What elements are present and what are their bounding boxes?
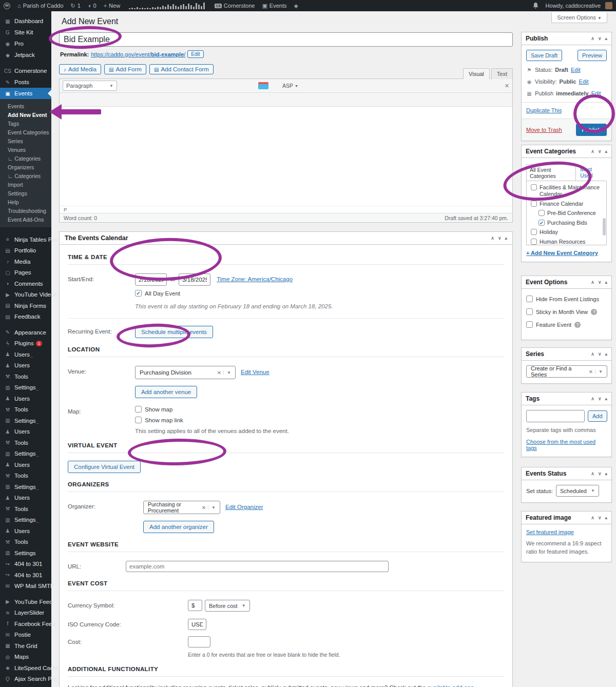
- toggle-icon[interactable]: ▴: [605, 149, 607, 154]
- metabox-header[interactable]: Featured image ∧∨▴: [522, 512, 611, 524]
- tab-all-categories[interactable]: All Event Categories: [526, 164, 576, 181]
- help-icon[interactable]: [181, 94, 191, 105]
- notifications-button[interactable]: [529, 0, 542, 11]
- sidebar-item-settings[interactable]: ▥ Settings: [0, 382, 51, 394]
- category-checkbox-item[interactable]: Finance Calendar: [531, 201, 605, 207]
- metabox-header[interactable]: Event Options ∧∨▴: [522, 276, 611, 289]
- sidebar-item-jetpack[interactable]: ◆ Jetpack: [0, 49, 51, 61]
- cornerstone-swoosh-icon[interactable]: [237, 81, 247, 91]
- comments-menu[interactable]: ◖ 0: [84, 0, 100, 11]
- stats-sparkline[interactable]: [129, 2, 206, 9]
- move-down-icon[interactable]: ∨: [598, 351, 602, 357]
- cornerstone-menu[interactable]: CS Cornerstone: [211, 0, 258, 11]
- option-checkbox-row[interactable]: Sticky in Month View ?: [526, 308, 607, 315]
- color-caret-icon[interactable]: [95, 94, 105, 105]
- sidebar-item-users[interactable]: ♟ Users: [0, 426, 51, 438]
- available-addons-link[interactable]: available add-ons: [428, 684, 474, 687]
- add-another-venue-button[interactable]: Add another venue: [135, 386, 197, 398]
- move-up-icon[interactable]: ∧: [591, 515, 594, 520]
- sidebar-item-ninja-tables-pro[interactable]: ≡ Ninja Tables Pro: [0, 234, 51, 245]
- category-checkbox[interactable]: [531, 229, 537, 235]
- iso-currency-input[interactable]: [188, 619, 206, 630]
- sidebar-item-the-grid[interactable]: ▦ The Grid: [0, 640, 51, 652]
- move-down-icon[interactable]: ∨: [598, 280, 602, 285]
- option-checkbox[interactable]: [526, 321, 533, 328]
- italic-icon[interactable]: [129, 81, 139, 91]
- submenu-settings[interactable]: Settings: [0, 189, 51, 198]
- sidebar-item-media[interactable]: ♪ Media: [0, 256, 51, 267]
- show-map-link-checkbox[interactable]: [135, 417, 142, 423]
- move-down-icon[interactable]: ∨: [598, 149, 602, 154]
- sidebar-item-comments[interactable]: ◖ Comments: [0, 278, 51, 289]
- duplicate-this-link[interactable]: Duplicate This: [526, 107, 562, 113]
- preview-button[interactable]: Preview: [578, 50, 607, 61]
- submenu-troubleshooting[interactable]: Troubleshooting: [0, 206, 51, 215]
- metabox-header[interactable]: Event Categories ∧∨▴: [522, 145, 611, 158]
- sidebar-item-maps[interactable]: ◎ Maps: [0, 652, 51, 663]
- sidebar-item-facebook-feed[interactable]: f Facebook Feed: [0, 618, 51, 630]
- category-list[interactable]: Facilities & Maintenance Calendar Financ…: [526, 181, 607, 245]
- most-used-tags-link[interactable]: Choose from the most used tags: [526, 439, 607, 451]
- save-draft-button[interactable]: Save Draft: [526, 50, 562, 61]
- link-icon[interactable]: [204, 81, 215, 91]
- account-menu[interactable]: Howdy, caddocreative: [542, 0, 616, 11]
- series-select[interactable]: Create or Find a Series ✕ ▼: [526, 365, 607, 378]
- sidebar-item-404-to-301[interactable]: ↪ 404 to 301: [0, 559, 51, 570]
- move-down-icon[interactable]: ∨: [598, 471, 602, 476]
- chevron-down-icon[interactable]: ▼: [595, 369, 603, 374]
- toggle-icon[interactable]: ▴: [505, 235, 507, 241]
- bold-icon[interactable]: [118, 81, 128, 91]
- sidebar-item-tools[interactable]: ⚒ Tools: [0, 437, 51, 448]
- blockquote-icon[interactable]: [161, 81, 171, 91]
- add-form-button[interactable]: ▤ Add Form: [104, 64, 146, 74]
- show-map-link-checkbox-row[interactable]: Show map link: [135, 417, 289, 423]
- category-checkbox[interactable]: [531, 239, 537, 245]
- submenu-import[interactable]: Import: [0, 180, 51, 189]
- spellcheck-icon[interactable]: [63, 94, 73, 105]
- event-title-input[interactable]: [59, 32, 513, 47]
- add-tag-button[interactable]: Add: [588, 410, 607, 422]
- chevron-down-icon[interactable]: ▼: [223, 370, 231, 375]
- sidebar-item-portfolio[interactable]: ▤ Portfolio: [0, 245, 51, 257]
- clear-format-icon[interactable]: [117, 94, 127, 105]
- sidebar-item-users[interactable]: ♟ Users: [0, 459, 51, 470]
- sidebar-item-users[interactable]: ♟ Users: [0, 493, 51, 504]
- sidebar-item-tools[interactable]: ⚒ Tools: [0, 537, 51, 548]
- sidebar-item-users[interactable]: ♟ Users: [0, 525, 51, 537]
- sidebar-item-cornerstone[interactable]: CS Cornerstone: [0, 65, 51, 76]
- align-right-icon[interactable]: [194, 81, 204, 91]
- all-day-checkbox[interactable]: [135, 290, 142, 297]
- sidebar-item-ajax-search-pro[interactable]: Ϙ Ajax Search Pro: [0, 674, 51, 685]
- move-down-icon[interactable]: ∨: [598, 515, 602, 520]
- toggle-icon[interactable]: ▴: [605, 515, 607, 520]
- sidebar-item-events[interactable]: ▣ Events: [0, 88, 51, 99]
- cost-input[interactable]: [188, 636, 210, 647]
- sidebar-item-tools[interactable]: ⚒ Tools: [0, 404, 51, 416]
- category-checkbox-item[interactable]: Pre-Bid Conference: [538, 210, 605, 217]
- show-map-checkbox[interactable]: [135, 406, 142, 413]
- currency-position-select[interactable]: Before cost ▼: [205, 600, 250, 612]
- category-checkbox[interactable]: [538, 210, 545, 216]
- sidebar-item-youtube-videos[interactable]: ▶ YouTube Videos: [0, 289, 51, 301]
- submenu-event-categories[interactable]: Event Categories: [0, 128, 51, 136]
- toggle-icon[interactable]: ▴: [605, 280, 607, 285]
- category-checkbox[interactable]: [531, 184, 537, 190]
- submenu-add-new-event[interactable]: Add New Event: [0, 110, 51, 119]
- move-to-trash-link[interactable]: Move to Trash: [526, 127, 562, 133]
- schedule-multiple-events-button[interactable]: Schedule multiple events: [135, 326, 213, 338]
- sidebar-item-settings[interactable]: ▥ Settings: [0, 481, 51, 493]
- timezone-link[interactable]: Time Zone: America/Chicago: [217, 276, 293, 282]
- sidebar-item-litespeed-cache[interactable]: ◈ LiteSpeed Cache: [0, 662, 51, 674]
- text-color-icon[interactable]: [84, 94, 94, 105]
- category-checkbox-item[interactable]: Holiday: [531, 229, 605, 235]
- clear-icon[interactable]: ✕: [215, 370, 223, 376]
- submenu-events[interactable]: Events: [0, 102, 51, 110]
- edit-status-link[interactable]: Edit: [571, 67, 581, 73]
- edit-venue-link[interactable]: Edit Venue: [241, 369, 270, 375]
- sidebar-item-users[interactable]: ♟ Users: [0, 360, 51, 371]
- option-checkbox[interactable]: [526, 308, 533, 315]
- site-menu[interactable]: ⌂ Parish of Caddo: [14, 0, 67, 11]
- move-up-icon[interactable]: ∧: [591, 149, 594, 154]
- sidebar-item-settings[interactable]: ▥ Settings: [0, 448, 51, 460]
- align-center-icon[interactable]: [183, 81, 193, 91]
